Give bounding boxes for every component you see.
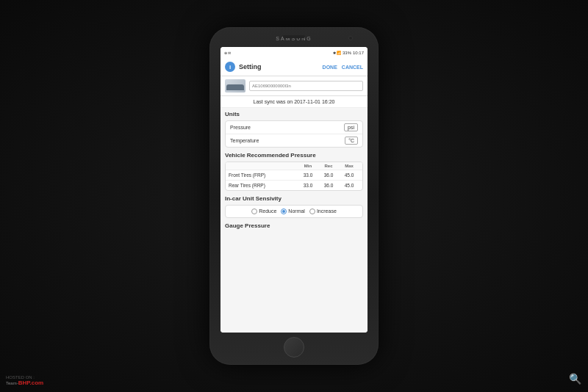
radio-reduce[interactable]: Reduce [251,208,276,214]
status-bar-left: ⊕ ✉ [224,51,231,55]
cancel-button[interactable]: CANCEL [342,65,363,70]
zoom-icon: 🔍 [569,373,582,386]
bhp-label: BHP [18,380,30,386]
radio-increase[interactable]: Increase [309,208,337,214]
app-icon-label: i [229,64,231,70]
radio-circle-reduce[interactable] [251,208,257,214]
vrp-rear-max: 45.0 [339,183,359,188]
vrp-rear-rec: 36.0 [318,183,339,188]
vrp-col-rec: Rec [318,164,339,168]
app-bar: i Setting DONE CANCEL [220,59,368,76]
app-bar-actions: DONE CANCEL [323,65,363,70]
temperature-row: Temperature °C [226,134,362,147]
vrp-section-header: Vehicle Recommended Pressure [220,149,368,160]
pressure-label: Pressure [230,125,344,130]
app-content: Last sync was on 2017-11-01 16:20 Units … [220,76,368,333]
vrp-col-max: Max [339,164,359,168]
status-icons-left: ⊕ ✉ [224,51,231,55]
sensivity-section-header: In-car Unit Sensivity [220,192,368,203]
vrp-front-max: 45.0 [339,173,359,178]
car-section [220,76,368,96]
brand-watermark: Team-BHP.com [6,380,43,386]
radio-increase-label: Increase [317,208,337,214]
status-bar-right: ✱ 📶 33% 10:17 [333,51,364,55]
radio-circle-increase[interactable] [309,208,315,214]
com-label: .com [30,380,44,386]
phone-device: SAMSUNG ⊕ ✉ ✱ 📶 33% 10:17 i Setting DONE… [209,27,379,365]
speaker-grille [283,35,305,38]
app-title: Setting [239,63,323,70]
gauge-section-header: Gauge Pressure [220,219,368,231]
team-label: Team- [6,381,18,385]
time-display: 10:17 [353,51,364,55]
car-thumbnail [225,79,245,92]
home-button[interactable] [284,337,304,357]
app-icon: i [225,62,235,72]
units-section-header: Units [220,108,368,119]
vrp-header: Min Rec Max [226,162,362,170]
vrp-front-rec: 36.0 [318,173,339,178]
front-camera [348,36,353,40]
vrp-front-min: 33.0 [298,173,318,178]
radio-normal-label: Normal [288,208,305,214]
phone-screen: ⊕ ✉ ✱ 📶 33% 10:17 i Setting DONE CANCEL [220,47,368,333]
vrp-row-rear: Rear Tires (RRP) 33.0 36.0 45.0 [226,181,362,190]
radio-normal[interactable]: Normal [281,208,305,214]
watermark: HOSTED ON : Team-BHP.com [6,375,43,386]
units-card: Pressure psi Temperature °C [225,120,363,148]
sensivity-radio-group: Reduce Normal Increase [230,208,358,214]
phone-top-bar: SAMSUNG [213,33,375,45]
temperature-label: Temperature [230,138,345,143]
vrp-front-label: Front Tires (FRP) [229,173,298,178]
battery-indicator: 33% [343,51,351,55]
pressure-value[interactable]: psi [344,123,358,131]
radio-reduce-label: Reduce [259,208,276,214]
done-button[interactable]: DONE [323,65,337,70]
sync-status: Last sync was on 2017-11-01 16:20 [220,96,368,108]
car-shape [226,84,244,90]
vrp-rear-min: 33.0 [298,183,318,188]
vrp-rear-label: Rear Tires (RRP) [229,183,298,188]
vrp-table: Min Rec Max Front Tires (FRP) 33.0 36.0 … [225,161,363,191]
temperature-value[interactable]: °C [345,137,358,145]
car-id-input[interactable] [249,81,363,91]
status-bar: ⊕ ✉ ✱ 📶 33% 10:17 [220,47,368,59]
vrp-col-tire-label [229,164,298,168]
sensivity-card: Reduce Normal Increase [225,205,363,218]
pressure-row: Pressure psi [226,121,362,134]
radio-circle-normal[interactable] [281,208,287,214]
vrp-col-min: Min [298,164,318,168]
vrp-row-front: Front Tires (FRP) 33.0 36.0 45.0 [226,170,362,181]
status-icons-right: ✱ 📶 [333,51,341,55]
